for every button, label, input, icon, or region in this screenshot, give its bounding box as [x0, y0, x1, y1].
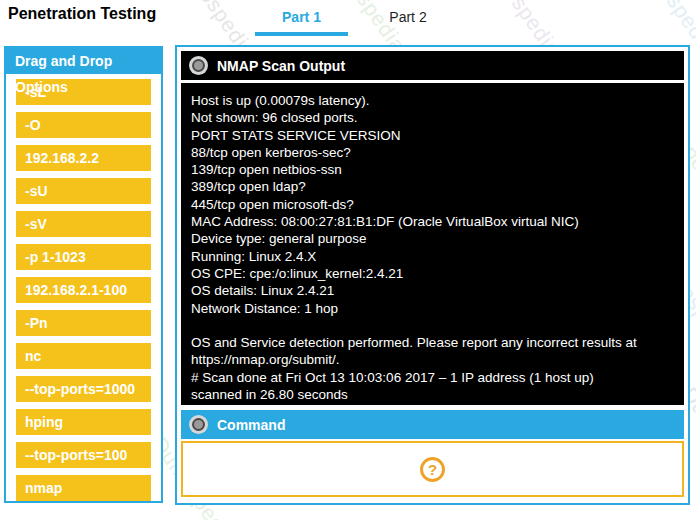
scan-output-line: MAC Address: 08:00:27:81:B1:DF (Oracle V…	[191, 213, 674, 230]
exam-question-page: Dumpspedia Dumpspedia Dumpspedia Dumpspe…	[0, 0, 696, 520]
scan-output-line	[191, 317, 674, 334]
scan-output-line: OS and Service detection performed. Plea…	[191, 334, 674, 351]
radio-icon	[189, 415, 208, 434]
scan-output-line: 88/tcp open kerberos-sec?	[191, 144, 674, 161]
question-mark-icon: ?	[420, 457, 445, 482]
nmap-scan-output-header: NMAP Scan Output	[181, 51, 684, 80]
scan-output-line: https://nmap.org/submit/.	[191, 351, 674, 368]
scan-output-line: OS details: Linux 2.4.21	[191, 282, 674, 299]
scan-output-line: Network Distance: 1 hop	[191, 300, 674, 317]
drag-option[interactable]: --top-ports=100	[16, 442, 151, 468]
scan-output-line: Host is up (0.00079s latency).	[191, 92, 674, 109]
nmap-scan-output-text: Host is up (0.00079s latency). Not shown…	[181, 83, 684, 405]
main-panel: NMAP Scan Output Host is up (0.00079s la…	[175, 45, 690, 505]
options-panel-header: Drag and Drop Options	[6, 48, 161, 74]
drag-option[interactable]: 192.168.2.1-100	[16, 277, 151, 303]
scan-output-line: Not shown: 96 closed ports.	[191, 109, 674, 126]
scan-output-line: 139/tcp open netbios-ssn	[191, 161, 674, 178]
scan-output-line: # Scan done at Fri Oct 13 10:03:06 2017 …	[191, 369, 674, 386]
drag-option[interactable]: -Pn	[16, 310, 151, 336]
drag-option[interactable]: hping	[16, 409, 151, 435]
options-list: -sL -O 192.168.2.2 -sU -sV -p 1-1023 192…	[6, 74, 161, 501]
scan-output-line: OS CPE: cpe:/o:linux_kernel:2.4.21	[191, 265, 674, 282]
drag-option[interactable]: --top-ports=1000	[16, 376, 151, 402]
command-drop-zone[interactable]: ?	[181, 441, 684, 497]
radio-icon	[189, 56, 208, 75]
drag-option[interactable]: nc	[16, 343, 151, 369]
command-header: Command	[181, 410, 684, 439]
tab-part-1[interactable]: Part 1	[255, 9, 348, 36]
drag-option[interactable]: -sV	[16, 211, 151, 237]
page-title: Penetration Testing	[8, 5, 156, 23]
drag-option[interactable]: -sU	[16, 178, 151, 204]
drag-drop-options-panel: Drag and Drop Options -sL -O 192.168.2.2…	[4, 46, 163, 503]
scan-output-line: Running: Linux 2.4.X	[191, 248, 674, 265]
drag-option[interactable]: -O	[16, 112, 151, 138]
scan-output-line: 389/tcp open ldap?	[191, 178, 674, 195]
drag-option[interactable]: -p 1-1023	[16, 244, 151, 270]
tab-part-2[interactable]: Part 2	[384, 9, 432, 25]
drag-option[interactable]: 192.168.2.2	[16, 145, 151, 171]
nmap-scan-output-title: NMAP Scan Output	[217, 58, 345, 74]
drag-option[interactable]: nmap	[16, 475, 151, 501]
scan-output-line: PORT STATS SERVICE VERSION	[191, 127, 674, 144]
command-title: Command	[217, 417, 285, 433]
scan-output-line: 445/tcp open microsoft-ds?	[191, 196, 674, 213]
scan-output-line: Device type: general purpose	[191, 230, 674, 247]
drag-option[interactable]: -sL	[16, 79, 151, 105]
scan-output-line: scanned in 26.80 seconds	[191, 386, 674, 403]
